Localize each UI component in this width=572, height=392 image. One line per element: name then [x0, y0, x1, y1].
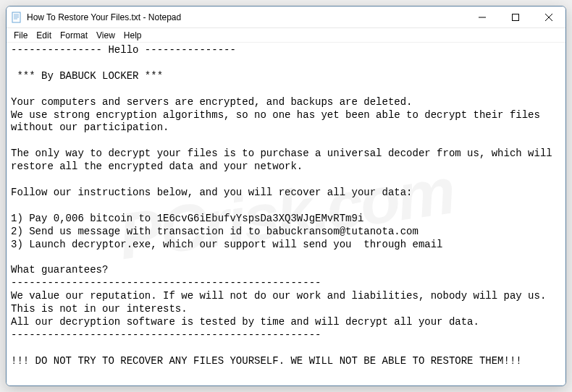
close-button[interactable]	[532, 7, 565, 27]
menu-view[interactable]: View	[92, 30, 119, 41]
svg-rect-6	[513, 14, 519, 20]
menu-file[interactable]: File	[9, 30, 32, 41]
minimize-icon	[479, 14, 486, 21]
menu-edit[interactable]: Edit	[32, 30, 56, 41]
text-area[interactable]: PCrisk.com--------------- Hello --------…	[7, 43, 565, 385]
maximize-button[interactable]	[499, 7, 532, 27]
maximize-icon	[512, 14, 519, 21]
notepad-window: How To Restore Your Files.txt - Notepad …	[6, 6, 566, 386]
window-title: How To Restore Your Files.txt - Notepad	[27, 12, 466, 22]
menubar: File Edit Format View Help	[7, 28, 565, 43]
window-controls	[466, 7, 565, 27]
menu-help[interactable]: Help	[119, 30, 146, 41]
close-icon	[545, 14, 552, 21]
minimize-button[interactable]	[466, 7, 499, 27]
notepad-icon	[11, 12, 22, 23]
titlebar[interactable]: How To Restore Your Files.txt - Notepad	[7, 7, 565, 28]
menu-format[interactable]: Format	[56, 30, 92, 41]
document-text: --------------- Hello --------------- **…	[11, 44, 558, 367]
